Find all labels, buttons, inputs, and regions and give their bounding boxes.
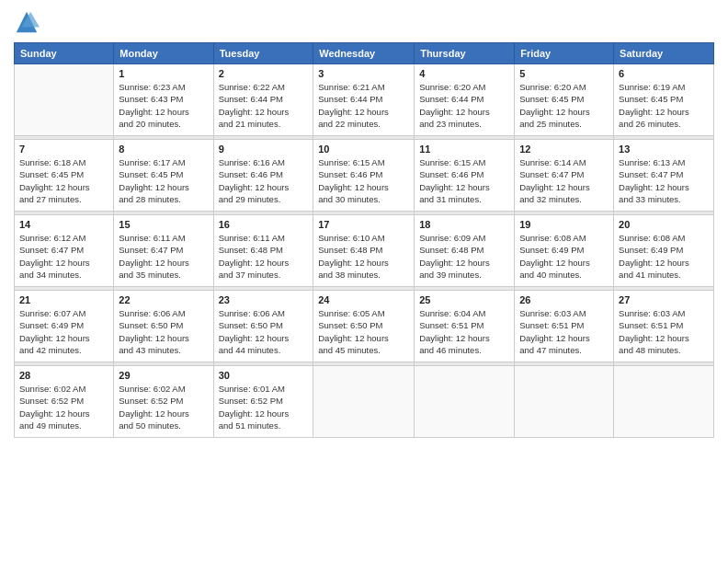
week-row-4: 28Sunrise: 6:02 AM Sunset: 6:52 PM Dayli… <box>15 366 714 438</box>
day-info: Sunrise: 6:20 AM Sunset: 6:45 PM Dayligh… <box>519 81 609 130</box>
day-number: 24 <box>318 294 409 305</box>
day-info: Sunrise: 6:08 AM Sunset: 6:49 PM Dayligh… <box>619 232 709 281</box>
day-info: Sunrise: 6:22 AM Sunset: 6:44 PM Dayligh… <box>219 81 309 130</box>
day-info: Sunrise: 6:06 AM Sunset: 6:50 PM Dayligh… <box>219 307 309 356</box>
calendar-cell: 16Sunrise: 6:11 AM Sunset: 6:48 PM Dayli… <box>213 215 313 287</box>
calendar-cell: 28Sunrise: 6:02 AM Sunset: 6:52 PM Dayli… <box>15 366 114 438</box>
day-info: Sunrise: 6:02 AM Sunset: 6:52 PM Dayligh… <box>19 383 108 431</box>
day-info: Sunrise: 6:12 AM Sunset: 6:47 PM Dayligh… <box>19 232 108 281</box>
day-info: Sunrise: 6:03 AM Sunset: 6:51 PM Dayligh… <box>619 307 709 356</box>
day-number: 14 <box>19 219 108 230</box>
day-info: Sunrise: 6:04 AM Sunset: 6:51 PM Dayligh… <box>419 307 509 356</box>
day-info: Sunrise: 6:20 AM Sunset: 6:44 PM Dayligh… <box>419 81 509 130</box>
calendar-cell <box>15 64 114 136</box>
day-info: Sunrise: 6:05 AM Sunset: 6:50 PM Dayligh… <box>318 307 409 356</box>
day-info: Sunrise: 6:21 AM Sunset: 6:44 PM Dayligh… <box>318 81 409 130</box>
day-info: Sunrise: 6:17 AM Sunset: 6:45 PM Dayligh… <box>119 156 208 205</box>
day-number: 8 <box>119 144 208 155</box>
calendar-header: SundayMondayTuesdayWednesdayThursdayFrid… <box>15 43 714 64</box>
calendar-cell: 17Sunrise: 6:10 AM Sunset: 6:48 PM Dayli… <box>313 215 415 287</box>
calendar-cell: 2Sunrise: 6:22 AM Sunset: 6:44 PM Daylig… <box>213 64 313 136</box>
calendar-cell: 4Sunrise: 6:20 AM Sunset: 6:44 PM Daylig… <box>415 64 515 136</box>
day-info: Sunrise: 6:03 AM Sunset: 6:51 PM Dayligh… <box>519 307 609 356</box>
calendar-cell: 30Sunrise: 6:01 AM Sunset: 6:52 PM Dayli… <box>213 366 313 438</box>
day-info: Sunrise: 6:15 AM Sunset: 6:46 PM Dayligh… <box>419 156 509 205</box>
day-number: 21 <box>19 294 108 305</box>
calendar-cell: 24Sunrise: 6:05 AM Sunset: 6:50 PM Dayli… <box>313 291 415 362</box>
day-header-wednesday: Wednesday <box>313 43 415 64</box>
day-info: Sunrise: 6:14 AM Sunset: 6:47 PM Dayligh… <box>519 156 609 205</box>
day-number: 15 <box>119 219 208 230</box>
calendar-cell: 29Sunrise: 6:02 AM Sunset: 6:52 PM Dayli… <box>114 366 213 438</box>
day-number: 4 <box>419 68 509 79</box>
calendar-cell: 23Sunrise: 6:06 AM Sunset: 6:50 PM Dayli… <box>213 291 313 362</box>
calendar-cell: 3Sunrise: 6:21 AM Sunset: 6:44 PM Daylig… <box>313 64 415 136</box>
day-info: Sunrise: 6:02 AM Sunset: 6:52 PM Dayligh… <box>119 383 208 431</box>
calendar-cell: 9Sunrise: 6:16 AM Sunset: 6:46 PM Daylig… <box>213 140 313 212</box>
day-number: 18 <box>419 219 509 230</box>
calendar-cell: 15Sunrise: 6:11 AM Sunset: 6:47 PM Dayli… <box>114 215 213 287</box>
day-info: Sunrise: 6:18 AM Sunset: 6:45 PM Dayligh… <box>19 156 108 205</box>
day-info: Sunrise: 6:10 AM Sunset: 6:48 PM Dayligh… <box>318 232 409 281</box>
day-number: 17 <box>318 219 409 230</box>
calendar-cell: 21Sunrise: 6:07 AM Sunset: 6:49 PM Dayli… <box>15 291 114 362</box>
header <box>14 9 714 35</box>
calendar-cell: 7Sunrise: 6:18 AM Sunset: 6:45 PM Daylig… <box>15 140 114 212</box>
logo <box>14 9 43 35</box>
day-number: 20 <box>619 219 709 230</box>
day-info: Sunrise: 6:07 AM Sunset: 6:49 PM Dayligh… <box>19 307 108 356</box>
calendar-cell: 1Sunrise: 6:23 AM Sunset: 6:43 PM Daylig… <box>114 64 213 136</box>
day-info: Sunrise: 6:09 AM Sunset: 6:48 PM Dayligh… <box>419 232 509 281</box>
calendar-cell: 19Sunrise: 6:08 AM Sunset: 6:49 PM Dayli… <box>515 215 614 287</box>
day-number: 13 <box>619 144 709 155</box>
calendar-cell <box>313 366 415 438</box>
calendar: SundayMondayTuesdayWednesdayThursdayFrid… <box>14 42 714 438</box>
day-number: 12 <box>519 144 609 155</box>
day-number: 30 <box>219 370 309 381</box>
day-number: 22 <box>119 294 208 305</box>
day-number: 9 <box>219 144 309 155</box>
day-info: Sunrise: 6:11 AM Sunset: 6:47 PM Dayligh… <box>119 232 208 281</box>
day-header-tuesday: Tuesday <box>213 43 313 64</box>
calendar-cell: 20Sunrise: 6:08 AM Sunset: 6:49 PM Dayli… <box>614 215 714 287</box>
day-info: Sunrise: 6:15 AM Sunset: 6:46 PM Dayligh… <box>318 156 409 205</box>
days-header-row: SundayMondayTuesdayWednesdayThursdayFrid… <box>15 43 714 64</box>
day-header-thursday: Thursday <box>415 43 515 64</box>
calendar-cell: 22Sunrise: 6:06 AM Sunset: 6:50 PM Dayli… <box>114 291 213 362</box>
calendar-cell <box>515 366 614 438</box>
day-number: 29 <box>119 370 208 381</box>
day-info: Sunrise: 6:08 AM Sunset: 6:49 PM Dayligh… <box>519 232 609 281</box>
day-header-sunday: Sunday <box>15 43 114 64</box>
day-info: Sunrise: 6:06 AM Sunset: 6:50 PM Dayligh… <box>119 307 208 356</box>
day-number: 7 <box>19 144 108 155</box>
page: SundayMondayTuesdayWednesdayThursdayFrid… <box>0 0 728 563</box>
day-header-monday: Monday <box>114 43 213 64</box>
day-number: 11 <box>419 144 509 155</box>
calendar-cell: 27Sunrise: 6:03 AM Sunset: 6:51 PM Dayli… <box>614 291 714 362</box>
day-header-friday: Friday <box>515 43 614 64</box>
calendar-cell: 5Sunrise: 6:20 AM Sunset: 6:45 PM Daylig… <box>515 64 614 136</box>
week-row-3: 21Sunrise: 6:07 AM Sunset: 6:49 PM Dayli… <box>15 291 714 362</box>
day-number: 28 <box>19 370 108 381</box>
calendar-cell: 12Sunrise: 6:14 AM Sunset: 6:47 PM Dayli… <box>515 140 614 212</box>
logo-icon <box>14 9 40 35</box>
day-number: 2 <box>219 68 309 79</box>
calendar-cell: 6Sunrise: 6:19 AM Sunset: 6:45 PM Daylig… <box>614 64 714 136</box>
day-info: Sunrise: 6:01 AM Sunset: 6:52 PM Dayligh… <box>219 383 309 431</box>
calendar-cell: 25Sunrise: 6:04 AM Sunset: 6:51 PM Dayli… <box>415 291 515 362</box>
day-header-saturday: Saturday <box>614 43 714 64</box>
calendar-body: 1Sunrise: 6:23 AM Sunset: 6:43 PM Daylig… <box>15 64 714 438</box>
calendar-cell: 10Sunrise: 6:15 AM Sunset: 6:46 PM Dayli… <box>313 140 415 212</box>
week-row-1: 7Sunrise: 6:18 AM Sunset: 6:45 PM Daylig… <box>15 140 714 212</box>
day-number: 25 <box>419 294 509 305</box>
day-number: 5 <box>519 68 609 79</box>
calendar-cell: 18Sunrise: 6:09 AM Sunset: 6:48 PM Dayli… <box>415 215 515 287</box>
calendar-cell: 14Sunrise: 6:12 AM Sunset: 6:47 PM Dayli… <box>15 215 114 287</box>
day-number: 6 <box>619 68 709 79</box>
calendar-cell: 11Sunrise: 6:15 AM Sunset: 6:46 PM Dayli… <box>415 140 515 212</box>
calendar-cell <box>415 366 515 438</box>
day-info: Sunrise: 6:13 AM Sunset: 6:47 PM Dayligh… <box>619 156 709 205</box>
day-number: 3 <box>318 68 409 79</box>
calendar-cell: 8Sunrise: 6:17 AM Sunset: 6:45 PM Daylig… <box>114 140 213 212</box>
day-info: Sunrise: 6:23 AM Sunset: 6:43 PM Dayligh… <box>119 81 208 130</box>
